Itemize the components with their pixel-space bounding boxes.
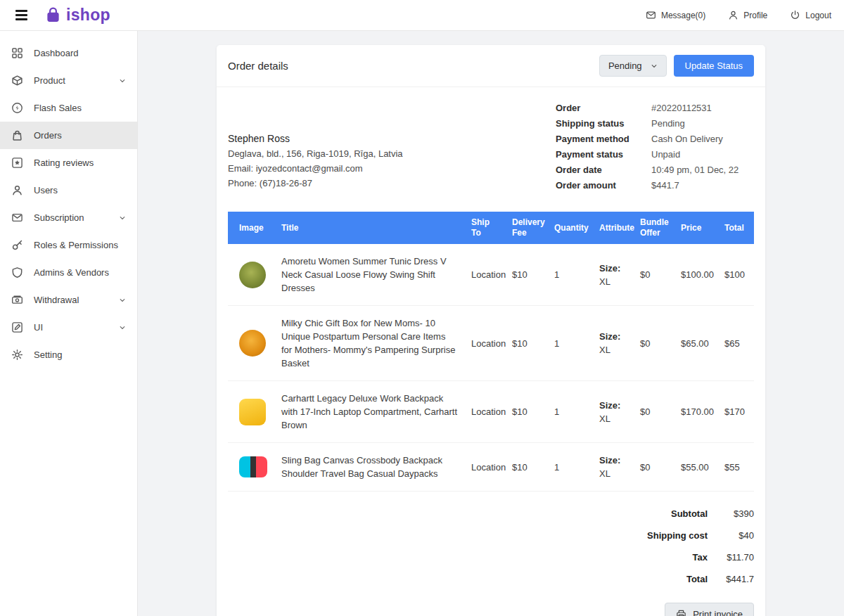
sidebar: Dashboard Product Flash Sales Orders	[0, 31, 138, 616]
person-icon	[728, 10, 738, 20]
chevron-down-icon	[119, 214, 126, 222]
summary-subtotal-row: Subtotal $390	[228, 503, 754, 525]
item-quantity: 1	[547, 381, 592, 443]
messages-button[interactable]: Message(0)	[646, 10, 705, 20]
item-attribute: Size: XL	[592, 306, 633, 381]
sidebar-item-label: Flash Sales	[34, 103, 82, 113]
table-header-row: Image Title Ship To Delivery Fee Quantit…	[228, 212, 754, 244]
main-content: Order details Pending Update Status Step…	[138, 31, 844, 616]
status-dropdown[interactable]: Pending	[599, 55, 667, 77]
sidebar-item-setting[interactable]: Setting	[0, 341, 137, 368]
sidebar-item-rating-reviews[interactable]: Rating reviews	[0, 149, 137, 177]
logout-label: Logout	[805, 11, 831, 20]
print-invoice-label: Print invoice	[693, 609, 743, 616]
sidebar-item-users[interactable]: Users	[0, 177, 137, 204]
order-details-card: Order details Pending Update Status Step…	[217, 45, 765, 616]
table-header-price: Price	[674, 212, 717, 244]
dashboard-grid-icon	[11, 47, 23, 59]
table-row: Carhartt Legacy Deluxe Work Backpack wit…	[228, 381, 754, 443]
profile-label: Profile	[743, 11, 767, 20]
print-invoice-button[interactable]: Print invoice	[665, 603, 754, 616]
sidebar-item-label: Users	[34, 185, 58, 195]
summary-label: Subtotal	[671, 508, 708, 519]
order-info-label: Order amount	[556, 180, 639, 191]
top-nav: Message(0) Profile Logout	[646, 10, 831, 20]
sidebar-item-label: Roles & Permissions	[34, 240, 118, 250]
item-total: $55	[717, 443, 754, 492]
table-row: Amoretu Women Summer Tunic Dress V Neck …	[228, 244, 754, 306]
sidebar-item-orders[interactable]: Orders	[0, 122, 137, 149]
item-bundle-offer: $0	[633, 443, 674, 492]
item-delivery-fee: $10	[505, 306, 547, 381]
shopping-bag-logo-icon	[44, 6, 62, 24]
key-icon	[11, 239, 23, 251]
app-logo[interactable]: ishop	[44, 6, 110, 25]
chevron-down-icon	[119, 77, 126, 84]
order-info-value: #20220112531	[651, 103, 754, 113]
item-total: $100	[717, 244, 754, 306]
sidebar-item-label: Withdrawal	[34, 295, 79, 305]
table-header-image: Image	[228, 212, 274, 244]
order-info-value: Pending	[651, 118, 754, 129]
sidebar-item-subscription[interactable]: Subscription	[0, 204, 137, 231]
summary-label: Shipping cost	[647, 530, 708, 541]
table-header-total: Total	[717, 212, 754, 244]
item-attribute: Size: XL	[592, 244, 633, 306]
messages-label: Message(0)	[661, 11, 705, 20]
product-image	[239, 262, 266, 288]
sidebar-item-label: Admins & Vendors	[34, 267, 109, 278]
summary-value: $441.7	[708, 574, 754, 584]
product-image	[239, 399, 266, 425]
item-quantity: 1	[547, 443, 592, 492]
page-title: Order details	[228, 60, 288, 72]
customer-name: Stephen Ross	[228, 131, 403, 146]
sidebar-item-roles-permissions[interactable]: Roles & Permissions	[0, 231, 137, 259]
shield-icon	[11, 267, 23, 278]
order-info-label: Shipping status	[556, 118, 639, 129]
item-delivery-fee: $10	[505, 381, 547, 443]
status-dropdown-value: Pending	[608, 60, 642, 71]
user-icon	[11, 184, 23, 196]
sidebar-item-withdrawal[interactable]: Withdrawal	[0, 286, 137, 314]
update-status-button[interactable]: Update Status	[674, 55, 754, 77]
customer-email: Email: iyozedcontact@gmail.com	[228, 161, 403, 176]
table-header-attribute: Attribute	[592, 212, 633, 244]
order-items-table: Image Title Ship To Delivery Fee Quantit…	[228, 212, 754, 492]
order-meta-block: Order #20220112531 Shipping status Pendi…	[556, 103, 754, 191]
topbar: ishop Message(0) Profile Logout	[0, 0, 844, 31]
logout-button[interactable]: Logout	[790, 10, 831, 20]
chevron-down-icon	[651, 63, 658, 70]
item-attribute: Size: XL	[592, 443, 633, 492]
gear-icon	[11, 349, 23, 361]
sidebar-item-ui[interactable]: UI	[0, 314, 137, 341]
sidebar-item-product[interactable]: Product	[0, 67, 137, 94]
order-info-value: Cash On Delivery	[651, 134, 754, 144]
order-info-value: Unpaid	[651, 149, 754, 160]
order-info-label: Payment method	[556, 134, 639, 144]
summary-shipping-row: Shipping cost $40	[228, 525, 754, 546]
chevron-down-icon	[119, 297, 126, 304]
sidebar-item-label: Orders	[34, 130, 62, 141]
item-title: Carhartt Legacy Deluxe Work Backpack wit…	[274, 381, 464, 443]
customer-block: Stephen Ross Deglava, bld., 156, Riga-10…	[228, 131, 403, 191]
order-info-value: 10:49 pm, 01 Dec, 22	[651, 165, 754, 175]
item-bundle-offer: $0	[633, 306, 674, 381]
card-header: Order details Pending Update Status	[217, 45, 765, 87]
sidebar-item-dashboard[interactable]: Dashboard	[0, 39, 137, 67]
sidebar-item-label: Rating reviews	[34, 158, 94, 168]
customer-address: Deglava, bld., 156, Riga-1019, Rīga, Lat…	[228, 146, 403, 161]
profile-button[interactable]: Profile	[728, 10, 767, 20]
item-ship-to: Location	[464, 443, 505, 492]
printer-icon	[676, 609, 686, 616]
item-delivery-fee: $10	[505, 443, 547, 492]
sidebar-item-admins-vendors[interactable]: Admins & Vendors	[0, 259, 137, 286]
table-header-ship-to: Ship To	[464, 212, 505, 244]
item-bundle-offer: $0	[633, 381, 674, 443]
item-delivery-fee: $10	[505, 244, 547, 306]
sidebar-item-flash-sales[interactable]: Flash Sales	[0, 94, 137, 122]
summary-value: $11.70	[708, 552, 754, 563]
hamburger-menu-icon[interactable]	[13, 7, 30, 23]
item-ship-to: Location	[464, 381, 505, 443]
summary-value: $40	[708, 530, 754, 541]
summary-value: $390	[708, 508, 754, 519]
